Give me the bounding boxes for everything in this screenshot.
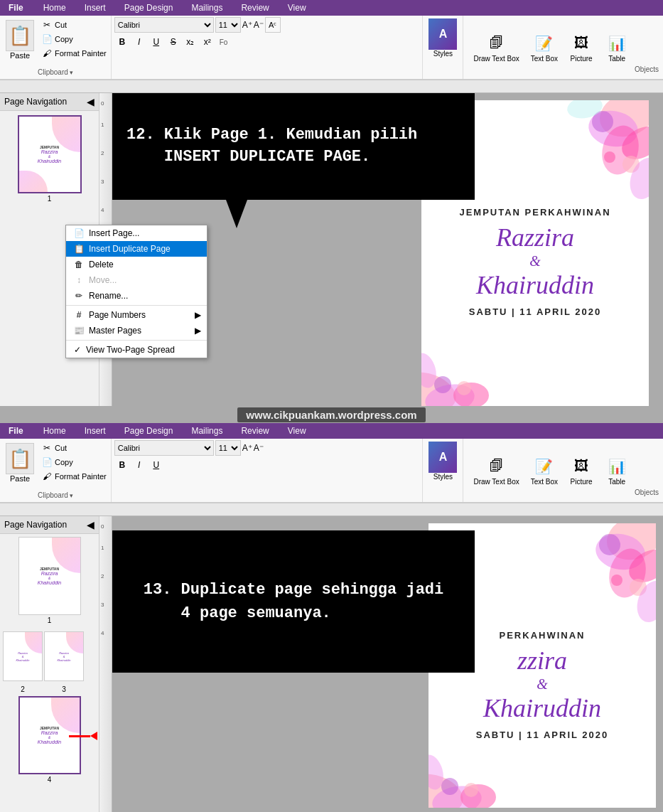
bottom-format-painter-button[interactable]: 🖌 Format Painter <box>40 470 108 483</box>
bottom-picture-button[interactable]: 🖼 Picture <box>564 452 599 489</box>
bottom-draw-text-box-button[interactable]: 🗐 Draw Text Box <box>468 452 524 489</box>
bottom-copy-button[interactable]: 📄 Copy <box>40 456 108 469</box>
cut-button[interactable]: ✂ Cut <box>40 18 108 31</box>
check-icon: ✓ <box>72 345 83 355</box>
bottom-nav-collapse-button[interactable]: ◀ <box>87 519 95 530</box>
page-numbers-icon: # <box>72 310 86 320</box>
top-ribbon: File Home Insert Page Design Mailings Re… <box>0 0 663 80</box>
italic-button[interactable]: I <box>131 34 147 50</box>
svg-point-13 <box>457 381 471 395</box>
context-master-pages[interactable]: 📰 Master Pages ▶ <box>66 323 207 338</box>
mailings-tab[interactable]: Mailings <box>183 1 231 15</box>
top-instruction-box: 12. Klik Page 1. Kemudian pilih INSERT D… <box>112 93 475 200</box>
underline-button[interactable]: U <box>149 34 164 50</box>
svg-point-12 <box>434 376 451 393</box>
page-numbers-arrow: ▶ <box>195 310 201 320</box>
bottom-font-shrink-button[interactable]: A⁻ <box>254 443 264 453</box>
bottom-ribbon: File Home Insert Page Design Mailings Re… <box>0 423 663 503</box>
insert-tab[interactable]: Insert <box>76 1 114 15</box>
bottom-bold-button[interactable]: B <box>114 457 130 473</box>
view-tab[interactable]: View <box>279 1 315 15</box>
review-tab[interactable]: Review <box>232 1 277 15</box>
context-two-page-spread[interactable]: ✓ View Two-Page Spread <box>66 342 207 358</box>
insert-duplicate-icon: 📋 <box>72 244 86 254</box>
context-rename[interactable]: ✏ Rename... <box>66 288 207 304</box>
subscript-button[interactable]: x₂ <box>183 34 198 50</box>
top-h-ruler <box>0 80 663 93</box>
font-group: Calibri 11 A⁺ A⁻ Aᶜ B I U S x₂ x² Fo <box>112 16 424 79</box>
bottom-cut-button[interactable]: ✂ Cut <box>40 442 108 454</box>
page-1-thumb[interactable]: JEMPUTAN Razzira & Khairuddin <box>18 115 82 193</box>
bottom-page-3-thumb[interactable]: Razzira & Khairuddin <box>44 631 84 681</box>
menu-divider-2 <box>66 340 207 341</box>
bottom-table-button[interactable]: 📊 Table <box>599 452 635 489</box>
font-size-select[interactable]: 11 <box>215 17 241 33</box>
bottom-font-grow-button[interactable]: A⁺ <box>242 443 252 453</box>
text-box-button[interactable]: 📝 Text Box <box>525 29 564 66</box>
format-painter-button[interactable]: 🖌 Format Painter <box>40 47 108 60</box>
bottom-nav-header: Page Navigation ◀ <box>0 516 99 534</box>
bottom-font-select[interactable]: Calibri <box>114 440 214 456</box>
bottom-main-layout: Page Navigation ◀ JEMPUTAN Razzira & Kha… <box>0 516 663 812</box>
font-family-select[interactable]: Calibri <box>114 17 214 33</box>
bottom-underline-button[interactable]: U <box>149 457 164 473</box>
bottom-page4-container: JEMPUTAN Razzira & Khairuddin 4 <box>3 696 96 784</box>
draw-text-box-button[interactable]: 🗐 Draw Text Box <box>468 29 524 66</box>
delete-icon: 🗑 <box>72 260 86 269</box>
context-page-numbers[interactable]: # Page Numbers ▶ <box>66 307 207 323</box>
font-shrink-button[interactable]: A⁻ <box>254 20 264 30</box>
bottom-page-design-tab[interactable]: Page Design <box>116 424 182 438</box>
bold-button[interactable]: B <box>114 34 130 50</box>
bottom-clipboard-group: 📋 Paste ✂ Cut 📄 Copy 🖌 <box>0 439 112 502</box>
rename-icon: ✏ <box>72 291 86 301</box>
watermark-bar: www.cikpuankam.wordpress.com <box>0 406 663 423</box>
copy-button[interactable]: 📄 Copy <box>40 33 108 46</box>
objects-group: 🗐 Draw Text Box 📝 Text Box 🖼 Picture <box>463 16 663 79</box>
master-pages-arrow: ▶ <box>195 326 201 336</box>
superscript-button[interactable]: x² <box>200 34 215 50</box>
font-grow-button[interactable]: A⁺ <box>242 20 252 30</box>
paste-button[interactable]: 📋 Paste <box>3 18 37 61</box>
bottom-objects-group: 🗐 Draw Text Box 📝 Text Box 🖼 Picture 📊 T… <box>463 439 663 502</box>
bottom-styles-group[interactable]: A Styles <box>423 439 463 502</box>
bottom-nav-pages: JEMPUTAN Razzira & Khairuddin 1 <box>0 534 99 786</box>
context-delete[interactable]: 🗑 Delete <box>66 257 207 272</box>
bottom-canvas: 13. Duplicate page sehingga jadi 4 page … <box>112 516 663 812</box>
font-label: Fo <box>220 38 228 46</box>
floral-bottom-left <box>421 321 514 406</box>
bottom-page-1-thumb[interactable]: JEMPUTAN Razzira & Khairuddin <box>18 537 81 615</box>
bottom-file-button[interactable]: File <box>0 424 32 437</box>
bottom-side-ruler: 0 1 2 3 4 <box>99 516 112 812</box>
strikethrough-button[interactable]: S <box>166 34 181 50</box>
move-icon: ↕ <box>72 275 86 285</box>
bottom-insert-tab[interactable]: Insert <box>76 424 114 438</box>
nav-collapse-button[interactable]: ◀ <box>87 96 95 107</box>
bottom-font-group: Calibri 11 A⁺ A⁻ B I U <box>112 439 424 502</box>
bottom-mailings-tab[interactable]: Mailings <box>183 424 231 438</box>
master-pages-icon: 📰 <box>72 326 86 336</box>
file-button[interactable]: File <box>0 1 32 14</box>
context-insert-duplicate[interactable]: 📋 Insert Duplicate Page <box>66 241 207 257</box>
svg-point-27 <box>464 783 478 797</box>
table-button[interactable]: 📊 Table <box>599 29 635 66</box>
bottom-home-tab[interactable]: Home <box>35 424 75 438</box>
top-nav-pages: JEMPUTAN Razzira & Khairuddin 1 <box>0 111 99 207</box>
home-tab[interactable]: Home <box>35 1 75 15</box>
bottom-paste-button[interactable]: 📋 Paste <box>3 442 37 484</box>
insert-page-icon: 📄 <box>72 228 86 238</box>
bottom-text-box-button[interactable]: 📝 Text Box <box>525 452 564 489</box>
bottom-page-2-thumb[interactable]: Razzira & Khairuddin <box>3 631 43 681</box>
bottom-view-tab[interactable]: View <box>279 424 315 438</box>
title-bar: File Home Insert Page Design Mailings Re… <box>0 0 663 16</box>
page-design-tab[interactable]: Page Design <box>116 1 182 15</box>
bottom-styles-icon: A <box>428 442 457 473</box>
context-insert-page[interactable]: 📄 Insert Page... <box>66 225 207 241</box>
bottom-title-bar: File Home Insert Page Design Mailings Re… <box>0 423 663 439</box>
bottom-pages-2-3-container: Razzira & Khairuddin 2 Razzira <box>3 627 96 693</box>
bottom-font-size-select[interactable]: 11 <box>215 440 241 456</box>
styles-group[interactable]: A Styles <box>423 16 463 79</box>
bottom-review-tab[interactable]: Review <box>232 424 277 438</box>
picture-button[interactable]: 🖼 Picture <box>564 29 599 66</box>
bottom-italic-button[interactable]: I <box>131 457 147 473</box>
clear-formatting-button[interactable]: Aᶜ <box>265 17 281 33</box>
